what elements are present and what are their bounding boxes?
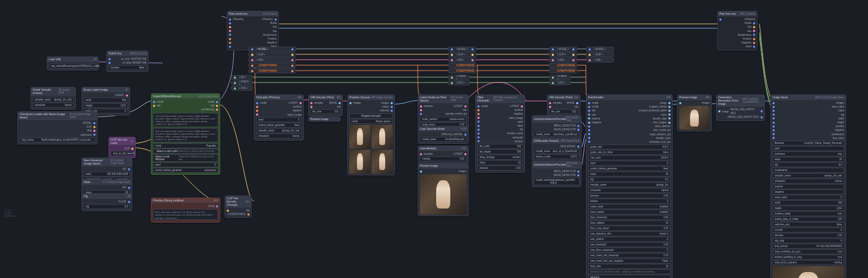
reroute-model[interactable]: • MODEL • xyxy=(248,47,296,52)
node-preview-collapsed[interactable]: Preview Image xyxy=(308,116,341,122)
zoom-readout: 1:4.74 y 0.59k (64 Nodes) xyxy=(4,209,15,217)
chooser-thumb[interactable] xyxy=(349,150,371,174)
node-vae-decode-1[interactable]: VAE Decode (Tiled)#32 samples IMAGE vae … xyxy=(308,94,343,116)
node-global-sampler[interactable]: Global Sampler (Inspire)#3 Inspire Pack … xyxy=(30,87,76,110)
node-latent-scale[interactable]: Latent Scale (on Pixel Space)#23 Impact … xyxy=(418,94,469,129)
node-wildcard-encode[interactable]: ImpactWildcardEncode#100 Impact Pack mod… xyxy=(151,93,220,175)
node-pipe-from[interactable]: Pipe from any#31 Crystools CPipeAny Mode… xyxy=(717,11,757,50)
node-cfg[interactable]: Cfg#8 FLOAT cfg6.0 xyxy=(81,193,132,211)
add-wildcard-button[interactable]: Select to add Wildcard Select the Wildca… xyxy=(153,154,218,162)
node-gen-resolution[interactable]: Generation Resolution From Image#41 Comf… xyxy=(716,94,765,121)
node-preview-chooser[interactable]: Preview Chooser#34 Image Chooser images … xyxy=(347,94,395,175)
populated-prompt[interactable]: emb, ultra-high quality, highres, intric… xyxy=(153,128,218,142)
positive-prompt[interactable]: emb, ultra-high quality, highres, intric… xyxy=(153,113,218,127)
node-bbox-1[interactable]: UltralyticsDetectorProvider#40 Impact Pa… xyxy=(532,115,582,139)
chooser-thumb[interactable] xyxy=(372,125,393,149)
node-primitive-string[interactable]: Primitive (String multiline)#11 string (… xyxy=(151,198,220,223)
node-tiled-ksampler[interactable]: Tiled KSampler#24 Tiled sampling for Com… xyxy=(475,94,525,173)
node-vae-decode-2[interactable]: VAE Decode (Tiled)#33 samples IMAGE vae … xyxy=(547,94,580,116)
saved-thumb xyxy=(773,266,844,278)
node-face-preview[interactable]: Preview Image#42 images xyxy=(677,94,712,131)
preview-thumb xyxy=(420,174,467,214)
reroute-vae[interactable]: • VAE • xyxy=(248,58,296,62)
face-thumb xyxy=(679,106,710,130)
node-load-upscale[interactable]: Load Upscale Model#120 UPSCALE_MODEL mod… xyxy=(418,126,469,144)
add-lora-button[interactable]: Select to add LoRA Select the LoRA to ad… xyxy=(153,149,218,154)
chooser-thumb[interactable] xyxy=(349,125,371,149)
neg-prompt[interactable]: (text, watermark, signature:1.2), (blurr… xyxy=(153,209,218,220)
vae-name-widget[interactable]: vae_namediffusion/pytorch/VAE/fp16_c.saf… xyxy=(49,64,97,68)
node-load-vae[interactable]: Load VAE#8 vae_namediffusion/pytorch/VAE… xyxy=(47,56,99,71)
node-clip-text-encode[interactable]: CLIP Text Encode (Prompt)#10 clip CONDIT… xyxy=(225,195,252,218)
node-face-detailer[interactable]: FaceDetailer#38 imageimagemodelcropped_r… xyxy=(586,94,673,278)
node-preview-2[interactable]: Preview Image images xyxy=(418,163,469,216)
reroute-cond-neg[interactable]: CONDITIONING xyxy=(248,68,296,73)
node-clip-last-layer[interactable]: CLIP Set Last Layer#6 CLIP stop_at_clip_… xyxy=(108,137,136,158)
title: Switch any xyxy=(108,52,122,55)
title: Load VAE xyxy=(49,58,61,61)
node-pipe-edit[interactable]: Pipe to/edit any#2 Crystools CPipeAny CP… xyxy=(227,11,279,50)
progress-pick-button[interactable]: Progress first pick xyxy=(349,113,393,118)
node-sam-loader[interactable]: SAMLoader (Impact)#39 Impact Pack SAM_MO… xyxy=(532,138,582,161)
node-bbox-2[interactable]: UltralyticsDetectorProvider#50 Impact Pa… xyxy=(532,161,582,187)
reroute-clip[interactable]: • CLIP • xyxy=(248,52,296,57)
node-switch-any[interactable]: Switch any#118 Crystools on_true: CUSTOM… xyxy=(106,50,149,72)
node-ksampler[interactable]: KSampler (Primary)#18 model LATENT posit… xyxy=(254,94,304,141)
reroute-cond-pos[interactable]: CONDITIONING xyxy=(248,63,296,68)
node-ckpt-loader[interactable]: Checkpoint Loader with Name (Image Saver… xyxy=(17,111,98,144)
node-latent-multiply[interactable]: LatentMultiply#121 samples LATENT multip… xyxy=(418,146,469,163)
node-image-saver[interactable]: Image Saver#36 ComfyUI Image Saver image… xyxy=(770,94,846,278)
chooser-thumb[interactable] xyxy=(372,150,393,174)
